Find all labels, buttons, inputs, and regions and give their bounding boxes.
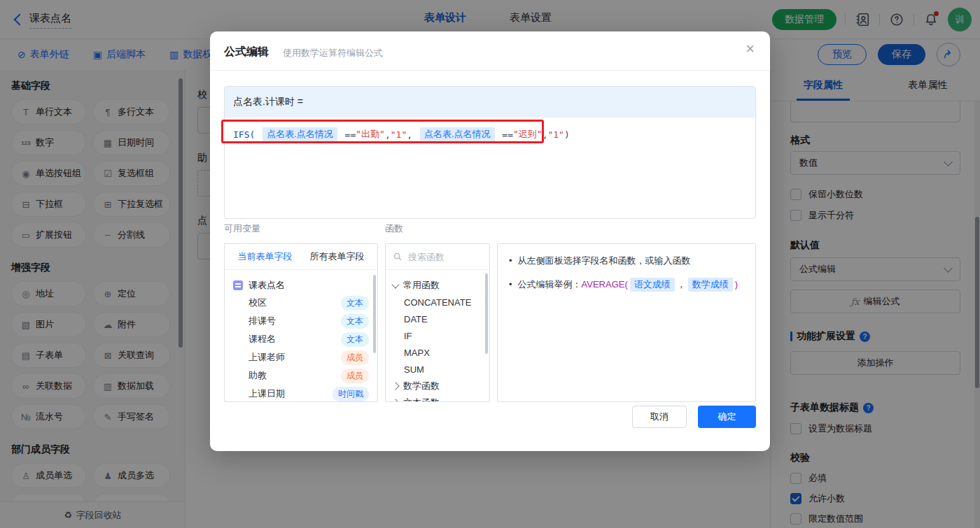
modal-footer: 取消 确定 [210,404,770,451]
variable-type-badge: 文本 [341,332,369,347]
search-input[interactable] [407,251,479,263]
function-group-label: 数学函数 [403,380,440,392]
variable-row[interactable]: 助教 成员 [233,366,369,385]
formula-editor[interactable]: 点名表.计课时 = IFS( 点名表.点名情况 =="出勤","1", 点名表.… [224,86,756,219]
variable-name: 排课号 [248,315,276,327]
function-group-text[interactable]: 文本函数 [393,394,489,402]
function-item[interactable]: SUM [393,361,489,378]
formula-token: ) [564,129,570,140]
formula-token: "迟到" [513,129,542,139]
variables-tab[interactable]: 当前表单字段 [238,250,293,263]
function-group-label: 文本函数 [403,397,440,402]
variable-row[interactable]: 排课号 文本 [233,312,369,330]
functions-scrollbar[interactable] [485,273,488,354]
variable-type-badge: 文本 [341,296,369,311]
tip-line-2: • 公式编辑举例：AVERAGE(语文成绩，数学成绩) [509,278,744,292]
variable-row[interactable]: 上课日期 时间戳 [233,385,369,402]
modal-title: 公式编辑 [224,45,269,59]
function-group-label: 常用函数 [403,279,440,292]
function-group-common[interactable]: 常用函数 [393,277,489,294]
variables-scrollbar[interactable] [373,275,376,353]
variables-tab[interactable]: 所有表单字段 [310,250,365,263]
cancel-button[interactable]: 取消 [632,406,687,428]
variable-rows: 校区 文本 排课号 文本 课程名 文本 [233,294,369,402]
variable-type-badge: 文本 [341,314,369,329]
chevron-down-icon [391,280,399,288]
tip-example-token: 公式编辑举例： [518,279,582,290]
variables-tabs: 当前表单字段所有表单字段 [225,244,377,270]
variable-row[interactable]: 校区 文本 [233,294,369,312]
bullet: • [509,278,512,292]
variable-name: 课程名 [248,333,276,345]
function-item[interactable]: DATE [393,311,489,327]
form-doc-icon [233,280,243,290]
close-icon[interactable]: × [746,41,755,57]
function-item[interactable]: CONCATENATE [393,294,489,311]
formula-token: == [340,129,356,140]
form-node-label: 课表点名 [248,279,285,292]
tip-text: 从左侧面板选择字段名和函数，或输入函数 [518,254,691,268]
formula-code[interactable]: IFS( 点名表.点名情况 =="出勤","1", 点名表.点名情况 =="迟到… [225,117,755,151]
tip-example-token: 数学成绩 [688,278,733,292]
function-group-math[interactable]: 数学函数 [393,378,489,394]
bullet: • [509,254,512,268]
search-icon [393,252,402,262]
tip-example-token: AVERAGE( [582,279,628,290]
variable-name: 上课老师 [248,351,285,364]
functions-panel: 常用函数 CONCATENATEDATEIFMAPXSUM 数学函数 文本函数 [385,243,490,402]
variable-row[interactable]: 课程名 文本 [233,330,369,348]
variables-tree: 课表点名 校区 文本 排课号 文本 [225,270,377,402]
function-item[interactable]: IF [393,327,489,344]
formula-target-text: 点名表.计课时 = [233,96,303,108]
variable-type-badge: 成员 [341,350,369,365]
modal-header: 公式编辑 使用数学运算符编辑公式 × [210,31,770,71]
variable-row[interactable]: 上课老师 成员 [233,348,369,366]
function-item[interactable]: MAPX [393,344,489,361]
formula-token: , [407,129,418,140]
modal-subtitle: 使用数学运算符编辑公式 [283,47,383,59]
variable-name: 上课日期 [248,387,285,400]
formula-editor-modal: 公式编辑 使用数学运算符编辑公式 × 点名表.计课时 = IFS( 点名表.点名… [210,31,770,451]
confirm-button[interactable]: 确定 [698,406,756,428]
tip-example-token: ) [735,279,738,290]
functions-tree: 常用函数 CONCATENATEDATEIFMAPXSUM 数学函数 文本函数 [386,270,489,402]
variable-name: 校区 [248,297,267,309]
tip-example: 公式编辑举例：AVERAGE(语文成绩，数学成绩) [518,278,738,292]
variable-type-badge: 成员 [341,369,369,383]
formula-token: IFS( [233,129,260,140]
form-node[interactable]: 课表点名 [233,277,369,294]
formula-target: 点名表.计课时 = [225,87,755,117]
function-items: CONCATENATEDATEIFMAPXSUM [393,294,489,378]
formula-token: "出勤" [356,129,385,139]
formula-token: , [385,129,391,140]
tip-example-token: ， [677,279,686,290]
tips-panel: • 从左侧面板选择字段名和函数，或输入函数 • 公式编辑举例：AVERAGE(语… [497,243,756,402]
app-root: 课表点名 表单设计表单设置 数据管理 训 [0,0,980,528]
function-search [386,244,489,270]
formula-token: 点名表.点名情况 [420,127,495,141]
tip-line-1: • 从左侧面板选择字段名和函数，或输入函数 [509,254,744,268]
variables-panel: 当前表单字段所有表单字段 课表点名 校区 文本 排课号 [224,243,378,402]
formula-token: 点名表.点名情况 [262,127,337,141]
formula-token: == [497,129,513,140]
tip-example-token: 语文成绩 [630,278,675,292]
variables-label: 可用变量 [224,222,260,235]
chevron-right-icon [391,382,399,390]
variable-name: 助教 [248,369,267,382]
formula-token: "1" [547,129,564,140]
variable-type-badge: 时间戳 [332,387,369,401]
formula-token: "1" [391,129,407,140]
chevron-right-icon [391,399,399,402]
functions-label: 函数 [385,222,403,235]
